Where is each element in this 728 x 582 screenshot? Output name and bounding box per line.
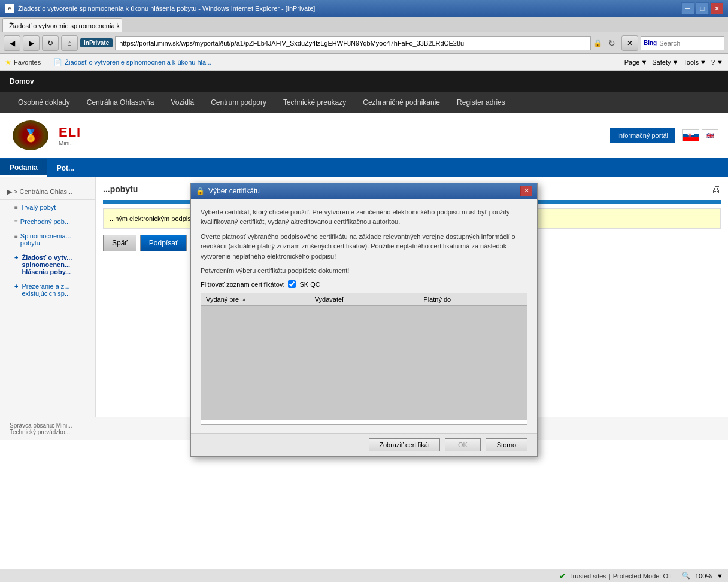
status-right: ✔ Trusted sites | Protected Mode: Off 🔍 … xyxy=(559,571,723,581)
dialog-title-icon: 🔒 xyxy=(196,187,205,195)
search-input[interactable] xyxy=(659,40,728,47)
forward-button[interactable]: ▶ xyxy=(23,35,40,51)
protected-mode-label: Protected Mode: Off xyxy=(613,572,672,580)
page-dropdown-icon: ▼ xyxy=(641,59,647,66)
tools-dropdown-icon: ▼ xyxy=(700,59,706,66)
inprivate-badge: InPrivate xyxy=(80,38,113,47)
storno-button[interactable]: Storno xyxy=(486,438,527,451)
certificate-table: Vydaný pre ▲ Vydavateľ Platný do xyxy=(201,293,527,425)
dialog-text2: Overte platnosť vybraného podpisového ce… xyxy=(201,232,527,262)
cert-table-header: Vydaný pre ▲ Vydavateľ Platný do xyxy=(201,293,527,306)
lock-icon: 🔒 xyxy=(593,39,602,47)
status-bar: ✔ Trusted sites | Protected Mode: Off 🔍 … xyxy=(0,569,728,582)
dialog-overlay: 🔒 Výber certifikátu ✕ Vyberte certifikát… xyxy=(0,71,728,569)
favorites-button[interactable]: ★ Favorites xyxy=(5,58,41,66)
minimize-button[interactable]: ─ xyxy=(681,2,694,14)
dialog-body: Vyberte certifikát, ktorý chcete použiť.… xyxy=(191,199,537,434)
page-menu[interactable]: Page ▼ xyxy=(624,59,648,66)
filter-checkbox[interactable] xyxy=(288,280,296,288)
fav-page-label: Žiadosť o vytvorenie splnomocnenia k úko… xyxy=(65,59,211,66)
separator: | xyxy=(609,572,611,580)
bing-logo: Bing xyxy=(644,40,657,46)
title-bar: e Žiadosť o vytvorenie splnomocnenia k ú… xyxy=(0,0,728,17)
favorites-label: Favorites xyxy=(14,59,41,66)
help-label: ? xyxy=(711,59,715,66)
trusted-icon: ✔ xyxy=(559,571,566,581)
col-vydavatel-label: Vydavateľ xyxy=(315,296,344,303)
col-platny-do[interactable]: Platný do xyxy=(418,293,527,305)
address-bar: ◀ ▶ ↻ ⌂ InPrivate 🔒 ↻ ✕ Bing 🔍 xyxy=(0,32,728,54)
col-platny-do-label: Platný do xyxy=(423,296,451,303)
page-label: Page xyxy=(624,59,640,66)
dialog-confirm: Potvrdením výberu certifikátu podpíšete … xyxy=(201,267,527,274)
dialog-text1: Vyberte certifikát, ktorý chcete použiť.… xyxy=(201,207,527,227)
trusted-sites-label: Trusted sites xyxy=(569,572,606,580)
dialog-close-button[interactable]: ✕ xyxy=(520,186,532,196)
filter-sk-label: SK QC xyxy=(299,281,320,288)
zoom-icon: 🔍 xyxy=(682,572,690,580)
maximize-button[interactable]: □ xyxy=(696,2,709,14)
tab-label: Žiadosť o vytvorenie splnomocnenia k úko… xyxy=(9,22,122,29)
cert-table-body xyxy=(201,306,527,420)
ok-button[interactable]: OK xyxy=(445,438,481,451)
address-refresh-icon[interactable]: ↻ xyxy=(605,36,619,50)
sort-arrow-icon: ▲ xyxy=(241,296,247,302)
refresh-button[interactable]: ↻ xyxy=(42,35,59,51)
col-vydany-pre-label: Vydaný pre xyxy=(206,296,239,303)
home-button[interactable]: ⌂ xyxy=(61,35,78,51)
stop-button[interactable]: ✕ xyxy=(621,35,638,51)
browser-tab[interactable]: Žiadosť o vytvorenie splnomocnenia k úko… xyxy=(2,18,122,32)
trusted-sites-indicator: ✔ Trusted sites | Protected Mode: Off xyxy=(559,571,672,581)
address-input[interactable] xyxy=(115,36,591,50)
dialog-title-label: Výber certifikátu xyxy=(208,187,260,195)
zoom-label: 100% xyxy=(695,572,712,580)
tools-menu[interactable]: Tools ▼ xyxy=(683,59,706,66)
safety-label: Safety xyxy=(652,59,671,66)
browser-icon: e xyxy=(5,4,14,13)
filter-row: Filtrovať zoznam certifikátov: SK QC xyxy=(201,280,527,288)
col-vydany-pre[interactable]: Vydaný pre ▲ xyxy=(201,293,310,305)
back-button[interactable]: ◀ xyxy=(4,35,20,51)
close-button[interactable]: ✕ xyxy=(710,2,723,14)
dialog-titlebar: 🔒 Výber certifikátu ✕ xyxy=(191,183,537,199)
dialog-title: 🔒 Výber certifikátu xyxy=(196,187,260,195)
status-divider xyxy=(677,571,677,581)
filter-label: Filtrovať zoznam certifikátov: xyxy=(201,281,284,288)
help-menu[interactable]: ? ▼ xyxy=(711,59,723,66)
window-title: Žiadosť o vytvorenie splnomocnenia k úko… xyxy=(18,5,315,12)
safety-dropdown-icon: ▼ xyxy=(672,59,678,66)
show-cert-button[interactable]: Zobraziť certifikát xyxy=(369,438,440,451)
zoom-dropdown-icon[interactable]: ▼ xyxy=(717,572,723,580)
tab-bar: Žiadosť o vytvorenie splnomocnenia k úko… xyxy=(0,17,728,32)
tools-label: Tools xyxy=(683,59,699,66)
favorites-bar: ★ Favorites 📄 Žiadosť o vytvorenie splno… xyxy=(0,54,728,71)
safety-menu[interactable]: Safety ▼ xyxy=(652,59,678,66)
window-controls: ─ □ ✕ xyxy=(681,2,723,14)
fav-page-icon: 📄 xyxy=(53,58,62,66)
star-icon: ★ xyxy=(5,58,11,66)
dialog-footer: Zobraziť certifikát OK Storno xyxy=(191,433,537,456)
help-dropdown-icon: ▼ xyxy=(717,59,723,66)
certificate-dialog: 🔒 Výber certifikátu ✕ Vyberte certifikát… xyxy=(190,183,538,457)
browser-content: Domov Osobné doklady Centrálna Ohlasovňa… xyxy=(0,71,728,569)
col-vydavatel[interactable]: Vydavateľ xyxy=(310,293,419,305)
